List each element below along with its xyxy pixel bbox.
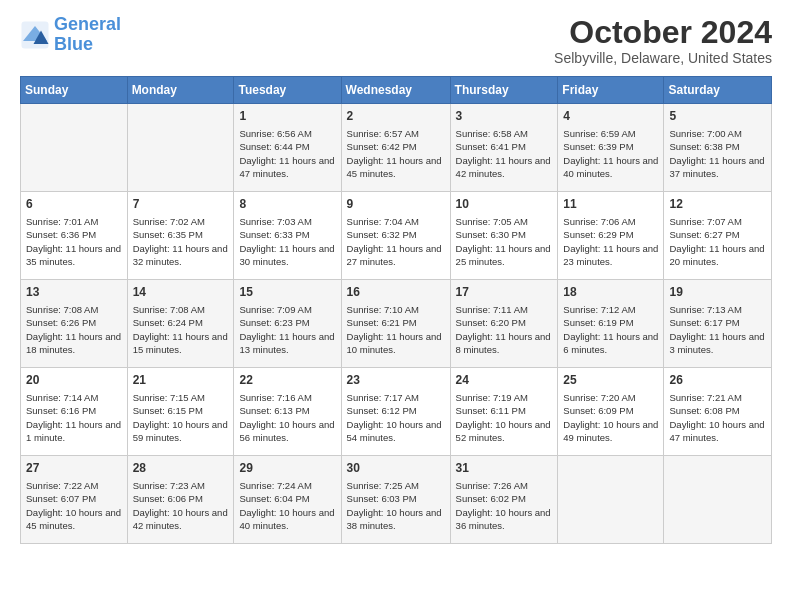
day-info: Sunrise: 7:04 AM Sunset: 6:32 PM Dayligh… — [347, 215, 445, 268]
day-info: Sunrise: 7:01 AM Sunset: 6:36 PM Dayligh… — [26, 215, 122, 268]
logo-line2: Blue — [54, 34, 93, 54]
day-info: Sunrise: 7:10 AM Sunset: 6:21 PM Dayligh… — [347, 303, 445, 356]
calendar-cell: 26Sunrise: 7:21 AM Sunset: 6:08 PM Dayli… — [664, 368, 772, 456]
calendar-cell: 21Sunrise: 7:15 AM Sunset: 6:15 PM Dayli… — [127, 368, 234, 456]
day-info: Sunrise: 7:05 AM Sunset: 6:30 PM Dayligh… — [456, 215, 553, 268]
day-number: 28 — [133, 460, 229, 477]
day-number: 9 — [347, 196, 445, 213]
day-number: 15 — [239, 284, 335, 301]
day-number: 23 — [347, 372, 445, 389]
day-info: Sunrise: 7:25 AM Sunset: 6:03 PM Dayligh… — [347, 479, 445, 532]
day-number: 1 — [239, 108, 335, 125]
day-number: 19 — [669, 284, 766, 301]
calendar-cell: 15Sunrise: 7:09 AM Sunset: 6:23 PM Dayli… — [234, 280, 341, 368]
day-info: Sunrise: 7:08 AM Sunset: 6:26 PM Dayligh… — [26, 303, 122, 356]
day-info: Sunrise: 6:59 AM Sunset: 6:39 PM Dayligh… — [563, 127, 658, 180]
calendar-cell: 10Sunrise: 7:05 AM Sunset: 6:30 PM Dayli… — [450, 192, 558, 280]
calendar-cell: 11Sunrise: 7:06 AM Sunset: 6:29 PM Dayli… — [558, 192, 664, 280]
day-number: 14 — [133, 284, 229, 301]
day-info: Sunrise: 7:11 AM Sunset: 6:20 PM Dayligh… — [456, 303, 553, 356]
day-number: 16 — [347, 284, 445, 301]
calendar-cell: 25Sunrise: 7:20 AM Sunset: 6:09 PM Dayli… — [558, 368, 664, 456]
day-info: Sunrise: 7:14 AM Sunset: 6:16 PM Dayligh… — [26, 391, 122, 444]
day-number: 10 — [456, 196, 553, 213]
day-info: Sunrise: 7:13 AM Sunset: 6:17 PM Dayligh… — [669, 303, 766, 356]
calendar-cell: 9Sunrise: 7:04 AM Sunset: 6:32 PM Daylig… — [341, 192, 450, 280]
day-number: 30 — [347, 460, 445, 477]
day-info: Sunrise: 7:23 AM Sunset: 6:06 PM Dayligh… — [133, 479, 229, 532]
calendar-body: 1Sunrise: 6:56 AM Sunset: 6:44 PM Daylig… — [21, 104, 772, 544]
col-tuesday: Tuesday — [234, 77, 341, 104]
day-number: 5 — [669, 108, 766, 125]
day-number: 31 — [456, 460, 553, 477]
calendar-cell: 28Sunrise: 7:23 AM Sunset: 6:06 PM Dayli… — [127, 456, 234, 544]
day-info: Sunrise: 7:12 AM Sunset: 6:19 PM Dayligh… — [563, 303, 658, 356]
day-info: Sunrise: 7:22 AM Sunset: 6:07 PM Dayligh… — [26, 479, 122, 532]
day-number: 4 — [563, 108, 658, 125]
calendar-cell: 7Sunrise: 7:02 AM Sunset: 6:35 PM Daylig… — [127, 192, 234, 280]
page: General Blue October 2024 Selbyville, De… — [0, 0, 792, 612]
col-thursday: Thursday — [450, 77, 558, 104]
calendar-cell: 5Sunrise: 7:00 AM Sunset: 6:38 PM Daylig… — [664, 104, 772, 192]
day-info: Sunrise: 7:09 AM Sunset: 6:23 PM Dayligh… — [239, 303, 335, 356]
day-info: Sunrise: 7:02 AM Sunset: 6:35 PM Dayligh… — [133, 215, 229, 268]
calendar-cell: 30Sunrise: 7:25 AM Sunset: 6:03 PM Dayli… — [341, 456, 450, 544]
col-wednesday: Wednesday — [341, 77, 450, 104]
day-info: Sunrise: 7:06 AM Sunset: 6:29 PM Dayligh… — [563, 215, 658, 268]
calendar-week-2: 6Sunrise: 7:01 AM Sunset: 6:36 PM Daylig… — [21, 192, 772, 280]
calendar-cell: 13Sunrise: 7:08 AM Sunset: 6:26 PM Dayli… — [21, 280, 128, 368]
day-number: 25 — [563, 372, 658, 389]
calendar-week-5: 27Sunrise: 7:22 AM Sunset: 6:07 PM Dayli… — [21, 456, 772, 544]
calendar-cell: 17Sunrise: 7:11 AM Sunset: 6:20 PM Dayli… — [450, 280, 558, 368]
day-number: 26 — [669, 372, 766, 389]
day-info: Sunrise: 7:26 AM Sunset: 6:02 PM Dayligh… — [456, 479, 553, 532]
day-info: Sunrise: 7:08 AM Sunset: 6:24 PM Dayligh… — [133, 303, 229, 356]
day-info: Sunrise: 7:21 AM Sunset: 6:08 PM Dayligh… — [669, 391, 766, 444]
day-info: Sunrise: 7:15 AM Sunset: 6:15 PM Dayligh… — [133, 391, 229, 444]
calendar-cell: 14Sunrise: 7:08 AM Sunset: 6:24 PM Dayli… — [127, 280, 234, 368]
calendar-cell: 18Sunrise: 7:12 AM Sunset: 6:19 PM Dayli… — [558, 280, 664, 368]
col-monday: Monday — [127, 77, 234, 104]
calendar-cell: 27Sunrise: 7:22 AM Sunset: 6:07 PM Dayli… — [21, 456, 128, 544]
day-number: 3 — [456, 108, 553, 125]
calendar-cell — [558, 456, 664, 544]
day-info: Sunrise: 7:20 AM Sunset: 6:09 PM Dayligh… — [563, 391, 658, 444]
calendar-cell — [127, 104, 234, 192]
day-number: 21 — [133, 372, 229, 389]
day-info: Sunrise: 6:56 AM Sunset: 6:44 PM Dayligh… — [239, 127, 335, 180]
calendar-cell — [664, 456, 772, 544]
day-number: 8 — [239, 196, 335, 213]
calendar-cell: 24Sunrise: 7:19 AM Sunset: 6:11 PM Dayli… — [450, 368, 558, 456]
calendar-table: Sunday Monday Tuesday Wednesday Thursday… — [20, 76, 772, 544]
calendar-cell: 19Sunrise: 7:13 AM Sunset: 6:17 PM Dayli… — [664, 280, 772, 368]
day-info: Sunrise: 6:57 AM Sunset: 6:42 PM Dayligh… — [347, 127, 445, 180]
calendar-cell: 31Sunrise: 7:26 AM Sunset: 6:02 PM Dayli… — [450, 456, 558, 544]
day-number: 24 — [456, 372, 553, 389]
col-friday: Friday — [558, 77, 664, 104]
calendar-cell: 20Sunrise: 7:14 AM Sunset: 6:16 PM Dayli… — [21, 368, 128, 456]
calendar-cell: 2Sunrise: 6:57 AM Sunset: 6:42 PM Daylig… — [341, 104, 450, 192]
day-number: 20 — [26, 372, 122, 389]
calendar-cell: 12Sunrise: 7:07 AM Sunset: 6:27 PM Dayli… — [664, 192, 772, 280]
day-info: Sunrise: 7:19 AM Sunset: 6:11 PM Dayligh… — [456, 391, 553, 444]
calendar-week-4: 20Sunrise: 7:14 AM Sunset: 6:16 PM Dayli… — [21, 368, 772, 456]
day-number: 7 — [133, 196, 229, 213]
calendar-cell: 22Sunrise: 7:16 AM Sunset: 6:13 PM Dayli… — [234, 368, 341, 456]
day-info: Sunrise: 7:17 AM Sunset: 6:12 PM Dayligh… — [347, 391, 445, 444]
calendar-cell: 16Sunrise: 7:10 AM Sunset: 6:21 PM Dayli… — [341, 280, 450, 368]
day-info: Sunrise: 7:03 AM Sunset: 6:33 PM Dayligh… — [239, 215, 335, 268]
day-number: 13 — [26, 284, 122, 301]
calendar-subtitle: Selbyville, Delaware, United States — [554, 50, 772, 66]
header: General Blue October 2024 Selbyville, De… — [20, 15, 772, 66]
calendar-week-3: 13Sunrise: 7:08 AM Sunset: 6:26 PM Dayli… — [21, 280, 772, 368]
title-block: October 2024 Selbyville, Delaware, Unite… — [554, 15, 772, 66]
day-number: 2 — [347, 108, 445, 125]
calendar-cell: 6Sunrise: 7:01 AM Sunset: 6:36 PM Daylig… — [21, 192, 128, 280]
day-info: Sunrise: 7:07 AM Sunset: 6:27 PM Dayligh… — [669, 215, 766, 268]
calendar-cell: 8Sunrise: 7:03 AM Sunset: 6:33 PM Daylig… — [234, 192, 341, 280]
calendar-cell: 4Sunrise: 6:59 AM Sunset: 6:39 PM Daylig… — [558, 104, 664, 192]
logo-text: General Blue — [54, 15, 121, 55]
day-info: Sunrise: 7:24 AM Sunset: 6:04 PM Dayligh… — [239, 479, 335, 532]
calendar-week-1: 1Sunrise: 6:56 AM Sunset: 6:44 PM Daylig… — [21, 104, 772, 192]
day-number: 6 — [26, 196, 122, 213]
